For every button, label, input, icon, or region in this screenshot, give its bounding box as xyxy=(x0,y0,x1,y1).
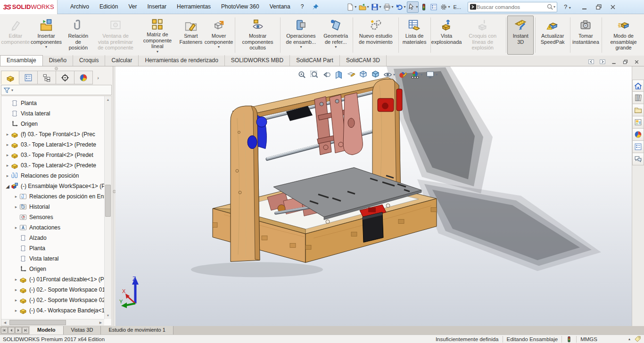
model-tab-estudio-de-movimiento-1[interactable]: Estudio de movimiento 1 xyxy=(101,326,173,335)
tree-item[interactable]: ▸03.- Tope Frontal<2> (Predet xyxy=(1,150,104,160)
previous-view-button[interactable] xyxy=(322,70,331,79)
expand-arrow-icon[interactable]: ▸ xyxy=(13,308,19,313)
view-settings-button[interactable]: ▾ xyxy=(426,70,438,79)
doc-restore-button[interactable] xyxy=(620,57,630,66)
toolbar-overflow-button[interactable]: E... xyxy=(453,4,461,10)
scroll-right-arrow[interactable]: ▶ xyxy=(97,321,104,325)
tab-solidworks-mbd[interactable]: SOLIDWORKS MBD xyxy=(225,55,290,66)
tree-item[interactable]: ▸(-) 04.- Workspace Bandeja<1 xyxy=(1,305,104,316)
tree-item[interactable]: Sensores xyxy=(1,212,104,222)
tab-dise-o[interactable]: Diseño xyxy=(43,55,73,66)
menu-edici-n[interactable]: Edición xyxy=(94,0,123,14)
tree-item[interactable]: ▸(-) 02.- Soporte Workspace 02 xyxy=(1,295,104,305)
expand-arrow-icon[interactable]: ▸ xyxy=(4,173,11,178)
previous-pane-button[interactable] xyxy=(586,57,596,66)
tab-calcular[interactable]: Calcular xyxy=(105,55,139,66)
expand-arrow-icon[interactable]: ▸ xyxy=(13,194,19,199)
expand-arrow-icon[interactable]: ▸ xyxy=(4,142,11,147)
tree-item[interactable]: Origen xyxy=(1,119,104,129)
tree-item[interactable]: ▸(f) 03.- Tope Frontal<1> (Prec xyxy=(1,129,104,139)
doc-minimize-button[interactable] xyxy=(609,57,619,66)
tab-croquis[interactable]: Croquis xyxy=(73,55,105,66)
dropdown-caret-icon[interactable]: ▾ xyxy=(45,45,47,49)
model-tab-vistas-3d[interactable]: Vistas 3D xyxy=(64,326,101,335)
close-button[interactable] xyxy=(606,1,620,13)
pin-icon[interactable] xyxy=(312,3,321,11)
undo-button[interactable]: ▾ xyxy=(395,1,406,13)
tab-ensamblaje[interactable]: Ensamblaje xyxy=(0,55,43,66)
dimxpertmanager-tab[interactable] xyxy=(56,71,74,84)
section-view-button[interactable] xyxy=(334,70,343,79)
panel-splitter-horizontal[interactable] xyxy=(0,66,113,71)
apply-scene-button[interactable]: ▾ xyxy=(411,70,422,79)
menu-herramientas[interactable]: Herramientas xyxy=(172,0,216,14)
display-style-button[interactable] xyxy=(371,70,380,79)
menu-ver[interactable]: Ver xyxy=(123,0,142,14)
search-icon[interactable] xyxy=(546,3,553,10)
scroll-down-arrow[interactable]: ▼ xyxy=(107,312,110,319)
collapse-arrow-icon[interactable]: ◢ xyxy=(4,184,11,189)
home-tab[interactable] xyxy=(632,80,644,92)
nav-last-button[interactable] xyxy=(22,327,29,334)
ribbon-linear-pattern-button[interactable]: Matriz de componente lineal▾ xyxy=(137,16,178,55)
file-explorer-tab[interactable] xyxy=(632,104,644,116)
tree-horizontal-scrollbar[interactable]: ◀ ▶ xyxy=(1,319,104,326)
next-pane-button[interactable] xyxy=(598,57,607,66)
nav-prev-button[interactable] xyxy=(8,327,15,334)
vertical-scroll-thumb[interactable] xyxy=(105,185,111,217)
tree-item[interactable]: ▸Anotaciones xyxy=(1,222,104,233)
search-input[interactable] xyxy=(477,4,546,10)
tree-item[interactable]: Vista lateral xyxy=(1,108,104,119)
graphics-viewport[interactable]: ▾▾▾ Z X Y xyxy=(116,66,632,326)
dropdown-caret-icon[interactable]: ▾ xyxy=(335,45,337,49)
tree-item[interactable]: ▸Relaciones de posición en Ens xyxy=(1,191,104,202)
ribbon-show-hidden-button[interactable]: Mostrar componentes ocultos xyxy=(237,16,279,55)
doc-close-button[interactable] xyxy=(632,57,641,66)
dropdown-caret-icon[interactable]: ▾ xyxy=(218,45,220,49)
solidworks-forum-tab[interactable] xyxy=(632,153,644,165)
ribbon-speedpak-button[interactable]: Actualizar SpeedPak xyxy=(537,16,569,55)
propertymanager-tab[interactable] xyxy=(19,71,38,84)
dynamic-annotation-views-button[interactable] xyxy=(347,70,355,79)
help-menu[interactable]: ? ▾ xyxy=(564,3,571,10)
dropdown-caret-icon[interactable]: ▾ xyxy=(157,50,158,54)
expand-arrow-icon[interactable]: ▸ xyxy=(4,153,11,157)
filter-dropdown-caret[interactable]: ▾ xyxy=(11,88,13,92)
search-launch-icon[interactable] xyxy=(470,3,477,10)
tree-item[interactable]: ▸Historial xyxy=(1,202,104,212)
open-document-button[interactable]: ▾ xyxy=(358,1,370,13)
minimize-button[interactable] xyxy=(578,1,592,13)
ribbon-exploded-view-button[interactable]: Vista explosionada xyxy=(432,16,461,55)
tree-item[interactable]: Origen xyxy=(1,264,104,274)
tree-item[interactable]: Planta xyxy=(1,243,104,253)
model-tab-modelo[interactable]: Modelo xyxy=(30,326,64,335)
tree-vertical-scrollbar[interactable]: ▲ ▼ xyxy=(104,96,111,319)
featuremanager-tab[interactable] xyxy=(1,71,19,84)
design-library-tab[interactable] xyxy=(632,92,644,104)
expand-arrow-icon[interactable]: ▸ xyxy=(4,132,11,137)
tab-solidcam-3d[interactable]: SolidCAM 3D xyxy=(340,55,387,66)
ribbon-reference-geometry-button[interactable]: Geometría de refer...▾ xyxy=(320,16,351,55)
custom-properties-tab[interactable] xyxy=(632,141,644,153)
zoom-to-area-button[interactable] xyxy=(310,70,319,79)
scroll-up-arrow[interactable]: ▲ xyxy=(107,96,110,103)
units-selector[interactable]: MMGS▴ xyxy=(580,336,630,342)
ribbon-mate-button[interactable]: Relación de posición xyxy=(63,16,94,55)
tree-item[interactable]: ▸03.- Tope Lateral<2> (Predete xyxy=(1,160,104,171)
menu--[interactable]: ? xyxy=(296,0,309,14)
restore-button[interactable] xyxy=(592,1,606,13)
expand-arrow-icon[interactable]: ▸ xyxy=(4,163,11,168)
zoom-to-fit-button[interactable] xyxy=(297,70,306,79)
tree-item[interactable]: ◢(-) Ensamblaje WorkSpace<1> (Pr xyxy=(1,181,104,191)
tag-icon[interactable] xyxy=(634,335,641,343)
panel-tabs-overflow[interactable]: › xyxy=(93,71,103,84)
menu-insertar[interactable]: Insertar xyxy=(142,0,172,14)
ribbon-motion-study-button[interactable]: Nuevo estudio de movimiento xyxy=(355,16,397,55)
ribbon-smart-fasteners-button[interactable]: Smart Fasteners xyxy=(178,16,204,55)
tree-item[interactable]: ▸(-) 02.- Soporte Workspace 01 xyxy=(1,285,104,295)
tree-item[interactable]: ▸03.- Tope Lateral<1> (Predete xyxy=(1,139,104,150)
view-orientation-button[interactable] xyxy=(359,70,368,79)
save-button[interactable]: ▾ xyxy=(370,1,382,13)
options-button[interactable]: ▾ xyxy=(439,1,451,13)
menu-archivo[interactable]: Archivo xyxy=(65,0,94,14)
